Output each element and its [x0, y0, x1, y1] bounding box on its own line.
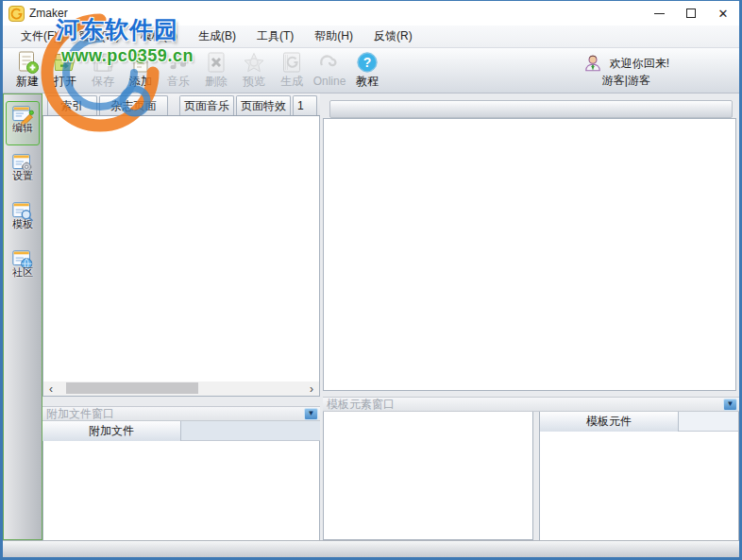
status-bar [3, 540, 739, 557]
sidebar-item-label: 设置 [12, 169, 33, 183]
minimize-button[interactable] [643, 1, 675, 25]
generate-button[interactable]: 生成 [273, 50, 311, 92]
page-list-area[interactable] [42, 116, 320, 382]
zmaker-window: Zmaker ✕ 文件(F) 窗口(W) 模板(Z) 生成(B) 工具(T) 帮… [0, 0, 742, 560]
minimize-icon [654, 13, 665, 14]
chevron-down-icon: ▼ [727, 400, 734, 408]
tab-page-music[interactable]: 页面音乐 [179, 95, 234, 115]
save-button[interactable]: 保存 [84, 50, 122, 92]
template-elements-list-area[interactable] [323, 412, 533, 540]
right-panel-empty-tabbar [329, 100, 733, 118]
template-elements-collapse-button[interactable]: ▼ [723, 399, 737, 411]
sidebar-item-label: 社区 [12, 265, 33, 280]
template-components-panel: 模板元件 [539, 412, 739, 540]
menu-tools[interactable]: 工具(T) [246, 25, 304, 47]
online-button-label: Online [313, 75, 346, 88]
tab-magazine-pages[interactable]: 杂志页面 [99, 95, 168, 115]
music-button-label: 音乐 [167, 75, 190, 88]
panel-columns: 索引 杂志页面 页面音乐 页面特效 1 ‹ › 附加文件窗口 ▼ [42, 93, 739, 540]
menubar: 文件(F) 窗口(W) 模板(Z) 生成(B) 工具(T) 帮助(H) 反馈(R… [3, 25, 739, 48]
panel-gap [42, 397, 320, 406]
right-panel-top-gap [323, 93, 739, 100]
horizontal-scrollbar[interactable]: ‹ › [42, 382, 320, 397]
preview-button[interactable]: 预览 [235, 50, 273, 92]
new-button[interactable]: 新建 [8, 50, 46, 92]
menu-generate[interactable]: 生成(B) [188, 25, 246, 47]
new-document-icon [15, 50, 40, 75]
sidebar-item-edit[interactable]: 编辑 [6, 101, 40, 145]
close-icon: ✕ [718, 8, 729, 20]
preview-button-label: 预览 [243, 75, 265, 88]
open-button[interactable]: 打开 [46, 50, 84, 92]
online-button[interactable]: Online [311, 50, 348, 92]
online-spiral-icon [317, 50, 342, 75]
menu-window[interactable]: 窗口(W) [68, 25, 129, 47]
music-note-icon [166, 50, 191, 75]
welcome-area: 欢迎你回来! 游客|游客 [583, 54, 669, 89]
generate-icon [279, 50, 304, 75]
sidebar: 编辑 设置 [3, 93, 42, 540]
sidebar-item-settings[interactable]: 设置 [6, 149, 40, 194]
left-panel: 索引 杂志页面 页面音乐 页面特效 1 ‹ › 附加文件窗口 ▼ [42, 93, 320, 540]
scrollbar-thumb[interactable] [66, 382, 198, 394]
menu-template[interactable]: 模板(Z) [130, 25, 188, 47]
tab-index[interactable]: 索引 [47, 95, 97, 115]
app-logo-icon [8, 6, 25, 22]
tab-page-effects[interactable]: 页面特效 [236, 95, 291, 115]
window-title: Zmaker [29, 7, 68, 20]
template-components-tabstrip: 模板元件 [540, 412, 738, 432]
attachments-collapse-button[interactable]: ▼ [304, 408, 318, 420]
template-components-content-area[interactable] [540, 432, 738, 540]
template-elements-panel-title: 模板元素窗口 [327, 398, 723, 411]
editor-canvas-area[interactable] [323, 118, 736, 391]
user-status[interactable]: 游客|游客 [602, 73, 650, 89]
new-button-label: 新建 [16, 75, 39, 88]
sidebar-item-label: 模板 [12, 217, 33, 231]
titlebar: Zmaker ✕ [3, 1, 739, 25]
generate-button-label: 生成 [280, 75, 303, 88]
add-button-label: 添加 [129, 75, 152, 88]
open-button-label: 打开 [54, 75, 76, 88]
scroll-left-button[interactable]: ‹ [43, 382, 59, 396]
tutorial-button-label: 教程 [356, 75, 379, 88]
maximize-button[interactable] [675, 1, 707, 25]
sidebar-item-template[interactable]: 模板 [6, 197, 40, 242]
attachments-panel-header: 附加文件窗口 ▼ [42, 406, 320, 421]
main-area: 编辑 设置 [3, 93, 739, 540]
tab-truncated[interactable]: 1 [293, 95, 317, 115]
user-avatar-icon [583, 54, 602, 73]
tab-template-components[interactable]: 模板元件 [540, 412, 679, 432]
tab-attachments[interactable]: 附加文件 [42, 421, 181, 441]
sidebar-item-community[interactable]: 社区 [6, 246, 40, 290]
right-panel: 模板元素窗口 ▼ 模板元件 [323, 93, 739, 540]
maximize-icon [686, 8, 696, 18]
close-button[interactable]: ✕ [707, 1, 739, 25]
template-elements-panel-header: 模板元素窗口 ▼ [323, 397, 739, 412]
add-page-icon [128, 50, 153, 75]
delete-button[interactable]: 删除 [197, 50, 235, 92]
delete-button-label: 删除 [205, 75, 228, 88]
template-elements-bottom: 模板元件 [323, 412, 739, 540]
music-button[interactable]: 音乐 [160, 50, 197, 92]
menu-help[interactable]: 帮助(H) [304, 25, 363, 47]
attachments-tabstrip: 附加文件 [42, 421, 320, 441]
attachments-content-area[interactable] [42, 441, 320, 540]
add-button[interactable]: 添加 [122, 50, 160, 92]
menu-file[interactable]: 文件(F) [10, 25, 68, 47]
tutorial-help-icon: ? [355, 50, 379, 75]
left-panel-tabbar: 索引 杂志页面 页面音乐 页面特效 1 [42, 93, 320, 116]
chevron-down-icon: ▼ [308, 410, 315, 417]
preview-star-icon [242, 50, 266, 75]
welcome-message: 欢迎你回来! [610, 56, 669, 72]
save-floppy-icon [91, 50, 115, 75]
scrollbar-track[interactable] [59, 382, 304, 396]
toolbar: 新建 打开 保存 添加 [3, 48, 739, 93]
menu-feedback[interactable]: 反馈(R) [363, 25, 423, 47]
svg-text:?: ? [363, 55, 372, 70]
attachments-panel-title: 附加文件窗口 [46, 407, 304, 420]
scroll-right-button[interactable]: › [304, 382, 319, 396]
open-folder-icon [53, 50, 77, 75]
tutorial-button[interactable]: ? 教程 [348, 50, 386, 92]
save-button-label: 保存 [92, 75, 114, 88]
delete-icon [204, 50, 228, 75]
